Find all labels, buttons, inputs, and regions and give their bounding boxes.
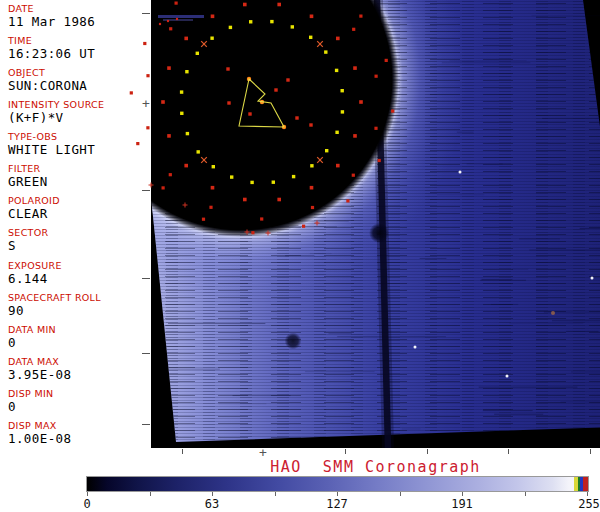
- field-label: DATA MAX: [8, 356, 150, 367]
- colorbar-tick: [587, 492, 588, 496]
- x-axis-major-tick: +: [259, 448, 267, 457]
- colorbar-tick: [400, 492, 401, 496]
- field-label: FILTER: [8, 163, 150, 174]
- y-axis-tick: [142, 353, 150, 354]
- field-value: S: [8, 239, 150, 253]
- colorbar-label: 255: [578, 497, 600, 511]
- field-label: DISP MAX: [8, 420, 150, 431]
- metadata-field: DISP MIN0: [8, 388, 150, 414]
- field-label: SECTOR: [8, 227, 150, 238]
- metadata-field: INTENSITY SOURCE(K+F)*V: [8, 99, 150, 125]
- field-label: EXPOSURE: [8, 260, 150, 271]
- smm-coronagraph-viewer: DATE11 Mar 1986TIME16:23:06 UTOBJECTSUN:…: [0, 0, 600, 512]
- metadata-field: FILTERGREEN: [8, 163, 150, 189]
- metadata-field: DATA MIN0: [8, 324, 150, 350]
- colorbar-tick: [337, 492, 338, 496]
- metadata-field: SPACECRAFT ROLL90: [8, 292, 150, 318]
- field-label: TIME: [8, 35, 150, 46]
- colorbar-tick: [275, 492, 276, 496]
- field-value: CLEAR: [8, 207, 150, 221]
- field-value: 0: [8, 400, 150, 414]
- x-axis-tick: [345, 449, 346, 454]
- field-value: 11 Mar 1986: [8, 15, 150, 29]
- field-label: DATA MIN: [8, 324, 150, 335]
- field-label: SPACECRAFT ROLL: [8, 292, 150, 303]
- metadata-field: TIME16:23:06 UT: [8, 35, 150, 61]
- colorbar-label: 127: [326, 497, 348, 511]
- y-axis-tick: [142, 190, 150, 191]
- colorbar-label: 63: [205, 497, 219, 511]
- metadata-field: DISP MAX1.00E-08: [8, 420, 150, 446]
- x-axis-tick: [182, 449, 183, 454]
- field-value: 1.00E-08: [8, 432, 150, 446]
- field-label: POLAROID: [8, 195, 150, 206]
- coronagraph-image[interactable]: [151, 0, 600, 448]
- field-value: SUN:CORONA: [8, 79, 150, 93]
- field-value: GREEN: [8, 175, 150, 189]
- x-axis-tick: [590, 449, 591, 454]
- metadata-field: SECTORS: [8, 227, 150, 253]
- field-label: INTENSITY SOURCE: [8, 99, 150, 110]
- x-axis-tick: [508, 449, 509, 454]
- field-label: TYPE-OBS: [8, 131, 150, 142]
- y-axis-major-tick: +: [142, 99, 150, 108]
- x-axis-tick: [427, 449, 428, 454]
- field-value: 16:23:06 UT: [8, 47, 150, 61]
- field-value: 3.95E-08: [8, 368, 150, 382]
- colorbar-label: 0: [83, 497, 90, 511]
- colorbar: [86, 476, 589, 492]
- field-label: DATE: [8, 3, 150, 14]
- colorbar-tick: [212, 492, 213, 496]
- image-title: HAO SMM Coronagraph: [151, 458, 600, 476]
- field-label: OBJECT: [8, 67, 150, 78]
- metadata-field: DATA MAX3.95E-08: [8, 356, 150, 382]
- metadata-field: EXPOSURE6.144: [8, 260, 150, 286]
- y-axis-tick: [142, 278, 150, 279]
- y-axis-tick: [142, 13, 150, 14]
- colorbar-tick: [87, 492, 88, 496]
- colorbar-label: 191: [451, 497, 473, 511]
- field-value: 6.144: [8, 272, 150, 286]
- field-value: (K+F)*V: [8, 111, 150, 125]
- metadata-sidebar: DATE11 Mar 1986TIME16:23:06 UTOBJECTSUN:…: [0, 0, 150, 460]
- field-value: WHITE LIGHT: [8, 143, 150, 157]
- field-label: DISP MIN: [8, 388, 150, 399]
- y-axis-tick: [142, 424, 150, 425]
- metadata-field: POLAROIDCLEAR: [8, 195, 150, 221]
- metadata-field: OBJECTSUN:CORONA: [8, 67, 150, 93]
- colorbar-tick: [150, 492, 151, 496]
- metadata-field: DATE11 Mar 1986: [8, 3, 150, 29]
- colorbar-tick: [525, 492, 526, 496]
- field-value: 0: [8, 336, 150, 350]
- field-value: 90: [8, 304, 150, 318]
- metadata-field: TYPE-OBSWHITE LIGHT: [8, 131, 150, 157]
- colorbar-tick: [462, 492, 463, 496]
